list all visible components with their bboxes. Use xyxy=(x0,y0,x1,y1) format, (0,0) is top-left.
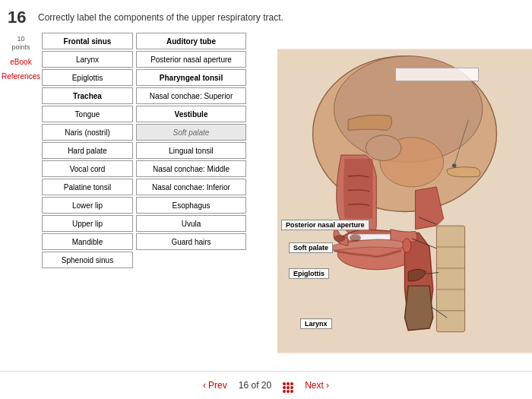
label-palatine-tonsil[interactable]: Palatine tonsil xyxy=(42,179,133,195)
next-chevron-icon: › xyxy=(326,380,329,391)
svg-point-11 xyxy=(403,239,411,253)
label-epiglottis[interactable]: Epiglottis xyxy=(42,69,133,86)
label-pharyngeal-tonsil[interactable]: Pharyngeal tonsil xyxy=(136,69,246,86)
label-nasal-conchae-superior[interactable]: Nasal conchae: Superior xyxy=(136,87,246,104)
label-frontal-sinus[interactable]: Frontal sinus xyxy=(42,33,133,49)
label-trachea[interactable]: Trachea xyxy=(42,87,133,104)
label-row-3: Epiglottis Pharyngeal tonsil xyxy=(42,69,277,86)
svg-point-14 xyxy=(366,135,401,161)
labels-area: Frontal sinus Auditory tube Larynx Poste… xyxy=(42,31,277,371)
svg-rect-6 xyxy=(436,226,464,332)
label-uvula[interactable]: Uvula xyxy=(136,215,246,232)
label-esophagus[interactable]: Esophagus xyxy=(136,197,246,214)
label-lingual-tonsil[interactable]: Lingual tonsil xyxy=(136,142,246,159)
footer: ‹ Prev 16 of 20 Next › xyxy=(0,371,532,399)
references-link[interactable]: References xyxy=(2,72,40,81)
label-row-11: Upper lip Uvula xyxy=(42,215,277,232)
label-nasal-conchae-inferior[interactable]: Nasal conchae: Inferior xyxy=(136,179,246,195)
question-number: 16 xyxy=(8,8,30,27)
label-naris[interactable]: Naris (nostril) xyxy=(42,124,133,141)
label-upper-lip[interactable]: Upper lip xyxy=(42,215,133,232)
empty-drop-zone[interactable] xyxy=(395,68,479,81)
label-row-5: Tongue Vestibule xyxy=(42,106,277,122)
label-row-4: Trachea Nasal conchae: Superior xyxy=(42,87,277,104)
left-sidebar: 10 points eBook References xyxy=(0,31,42,371)
svg-point-13 xyxy=(350,234,361,241)
grid-icon[interactable] xyxy=(283,378,293,393)
question-text: Correctly label the components of the up… xyxy=(38,8,283,23)
points-display: 10 points xyxy=(11,35,30,52)
placed-larynx[interactable]: Larynx xyxy=(300,318,332,329)
svg-point-12 xyxy=(334,235,345,242)
prev-button[interactable]: ‹ Prev xyxy=(203,380,227,391)
label-row-8: Vocal cord Nasal conchae: Middle xyxy=(42,160,277,177)
ebook-link[interactable]: eBook xyxy=(10,58,31,66)
label-larynx[interactable]: Larynx xyxy=(42,51,133,68)
label-vocal-cord[interactable]: Vocal cord xyxy=(42,160,133,177)
label-tongue[interactable]: Tongue xyxy=(42,106,133,122)
header: 16 Correctly label the components of the… xyxy=(0,0,532,31)
main-content: 10 points eBook References Frontal sinus… xyxy=(0,31,532,371)
label-guard-hairs[interactable]: Guard hairs xyxy=(136,233,246,250)
label-soft-palate[interactable]: Soft palate xyxy=(136,124,246,141)
next-button[interactable]: Next › xyxy=(305,380,329,391)
label-row-2: Larynx Posterior nasal aperture xyxy=(42,51,277,68)
label-row-9: Palatine tonsil Nasal conchae: Inferior xyxy=(42,179,277,195)
label-mandible[interactable]: Mandible xyxy=(42,233,133,250)
label-hard-palate[interactable]: Hard palate xyxy=(42,142,133,159)
placed-posterior-nasal-aperture[interactable]: Posterior nasal aperture xyxy=(281,220,369,230)
label-vestibule[interactable]: Vestibule xyxy=(136,106,246,122)
label-row-6: Naris (nostril) Soft palate xyxy=(42,124,277,141)
placed-epiglottis[interactable]: Epiglottis xyxy=(289,268,329,279)
label-row-10: Lower lip Esophagus xyxy=(42,197,277,214)
svg-point-20 xyxy=(452,163,457,168)
page-info: 16 of 20 xyxy=(239,380,271,391)
page: 16 Correctly label the components of the… xyxy=(0,0,532,399)
label-posterior-nasal-aperture[interactable]: Posterior nasal aperture xyxy=(136,51,246,68)
label-sphenoid-sinus[interactable]: Sphenoid sinus xyxy=(42,252,133,268)
label-nasal-conchae-middle[interactable]: Nasal conchae: Middle xyxy=(136,160,246,177)
diagram-area: Posterior nasal aperture Soft palate Epi… xyxy=(277,31,532,371)
label-row-13: Sphenoid sinus xyxy=(42,252,277,268)
label-row-1: Frontal sinus Auditory tube xyxy=(42,33,277,49)
label-row-12: Mandible Guard hairs xyxy=(42,233,277,250)
label-row-7: Hard palate Lingual tonsil xyxy=(42,142,277,159)
placed-soft-palate[interactable]: Soft palate xyxy=(289,242,333,253)
label-lower-lip[interactable]: Lower lip xyxy=(42,197,133,214)
label-auditory-tube[interactable]: Auditory tube xyxy=(136,33,246,49)
prev-chevron-icon: ‹ xyxy=(203,380,206,391)
